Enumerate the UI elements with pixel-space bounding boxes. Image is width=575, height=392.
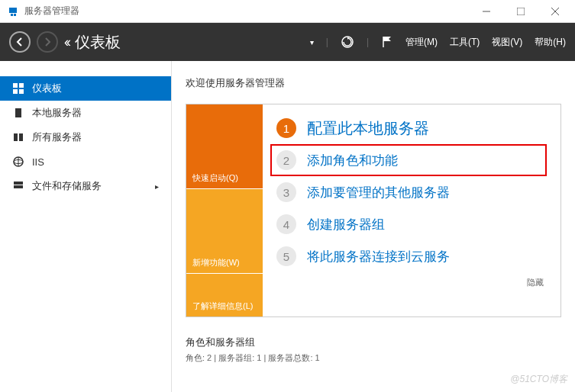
step-number: 4 [276, 214, 296, 234]
step-number: 5 [276, 246, 296, 266]
maximize-button[interactable] [503, 0, 538, 23]
window-controls [469, 0, 572, 23]
dashboard-icon [12, 82, 24, 95]
sidebar: 仪表板 本地服务器 所有服务器 IIS 文件和存储服务 ▸ [0, 61, 172, 392]
tile-quick-start[interactable]: 快速启动(Q) [186, 104, 263, 188]
svg-rect-13 [15, 108, 21, 117]
tile-learn-more[interactable]: 了解详细信息(L) [186, 273, 263, 316]
tiles-left: 快速启动(Q) 新增功能(W) 了解详细信息(L) [186, 104, 263, 316]
dropdown-caret[interactable]: ▾ [310, 38, 314, 47]
sidebar-item-label: 本地服务器 [32, 106, 82, 120]
svg-rect-10 [19, 83, 24, 88]
iis-icon [12, 156, 24, 168]
step-text: 添加角色和功能 [307, 152, 398, 169]
step-add-servers[interactable]: 3 添加要管理的其他服务器 [276, 176, 547, 208]
step-number: 1 [276, 118, 296, 138]
titlebar: 服务器管理器 [0, 0, 575, 23]
tile-whats-new[interactable]: 新增功能(W) [186, 188, 263, 273]
svg-rect-2 [14, 14, 16, 16]
steps-panel: 1 配置此本地服务器 2 添加角色和功能 3 添加要管理的其他服务器 4 创建服… [263, 104, 560, 316]
breadcrumb-separator: ‹‹ [64, 34, 69, 50]
svg-rect-12 [19, 89, 24, 94]
content: 欢迎使用服务器管理器 快速启动(Q) 新增功能(W) 了解详细信息(L) 1 配… [172, 61, 575, 392]
header: ‹‹ 仪表板 ▾ | | 管理(M) 工具(T) 视图(V) 帮助(H) [0, 23, 575, 61]
sidebar-item-iis[interactable]: IIS [0, 149, 171, 174]
svg-rect-11 [13, 89, 18, 94]
flag-icon[interactable] [381, 35, 393, 49]
sidebar-item-local-server[interactable]: 本地服务器 [0, 101, 171, 125]
sidebar-item-label: IIS [32, 156, 44, 168]
minimize-button[interactable] [469, 0, 503, 23]
chevron-right-icon: ▸ [155, 182, 159, 191]
svg-rect-9 [13, 83, 18, 88]
tiles-container: 快速启动(Q) 新增功能(W) 了解详细信息(L) 1 配置此本地服务器 2 添… [186, 104, 561, 317]
close-button[interactable] [538, 0, 572, 23]
step-text: 将此服务器连接到云服务 [307, 248, 450, 265]
forward-button[interactable] [37, 31, 58, 53]
nav-arrows [9, 31, 58, 53]
sidebar-item-dashboard[interactable]: 仪表板 [0, 76, 171, 101]
sidebar-item-label: 仪表板 [32, 82, 62, 95]
step-text: 创建服务器组 [307, 216, 385, 233]
servers-icon [12, 131, 24, 143]
step-text: 配置此本地服务器 [307, 118, 429, 139]
step-configure[interactable]: 1 配置此本地服务器 [276, 112, 547, 144]
titlebar-title: 服务器管理器 [24, 5, 469, 18]
menu-help[interactable]: 帮助(H) [535, 36, 566, 49]
step-connect-cloud[interactable]: 5 将此服务器连接到云服务 [276, 240, 547, 272]
sidebar-item-file-storage[interactable]: 文件和存储服务 ▸ [0, 174, 171, 198]
svg-rect-20 [14, 185, 23, 188]
step-number: 3 [276, 182, 296, 202]
menu-manage[interactable]: 管理(M) [405, 36, 438, 49]
app-icon [8, 5, 20, 18]
step-create-group[interactable]: 4 创建服务器组 [276, 208, 547, 240]
svg-rect-19 [14, 182, 23, 185]
sidebar-item-label: 文件和存储服务 [32, 179, 102, 193]
menu-view[interactable]: 视图(V) [492, 36, 522, 49]
roles-subtitle: 角色: 2 | 服务器组: 1 | 服务器总数: 1 [186, 352, 561, 364]
server-icon [12, 107, 24, 119]
svg-rect-0 [9, 8, 17, 13]
svg-rect-14 [14, 133, 18, 141]
step-text: 添加要管理的其他服务器 [307, 184, 450, 201]
storage-icon [12, 180, 24, 192]
step-number: 2 [276, 150, 296, 170]
step-add-roles[interactable]: 2 添加角色和功能 [270, 144, 547, 176]
watermark: @51CTO博客 [510, 373, 567, 386]
menu-tools[interactable]: 工具(T) [450, 36, 480, 49]
roles-title: 角色和服务器组 [186, 336, 561, 349]
sidebar-item-label: 所有服务器 [32, 130, 82, 144]
page-title: 仪表板 [75, 32, 121, 53]
svg-rect-15 [19, 133, 23, 141]
welcome-title: 欢迎使用服务器管理器 [186, 76, 561, 90]
sidebar-item-all-servers[interactable]: 所有服务器 [0, 125, 171, 149]
hide-link[interactable]: 隐藏 [276, 272, 547, 288]
roles-section: 角色和服务器组 角色: 2 | 服务器组: 1 | 服务器总数: 1 [186, 336, 561, 364]
refresh-icon[interactable] [341, 35, 354, 49]
back-button[interactable] [9, 31, 31, 53]
svg-rect-1 [11, 14, 13, 16]
svg-rect-4 [517, 8, 525, 15]
